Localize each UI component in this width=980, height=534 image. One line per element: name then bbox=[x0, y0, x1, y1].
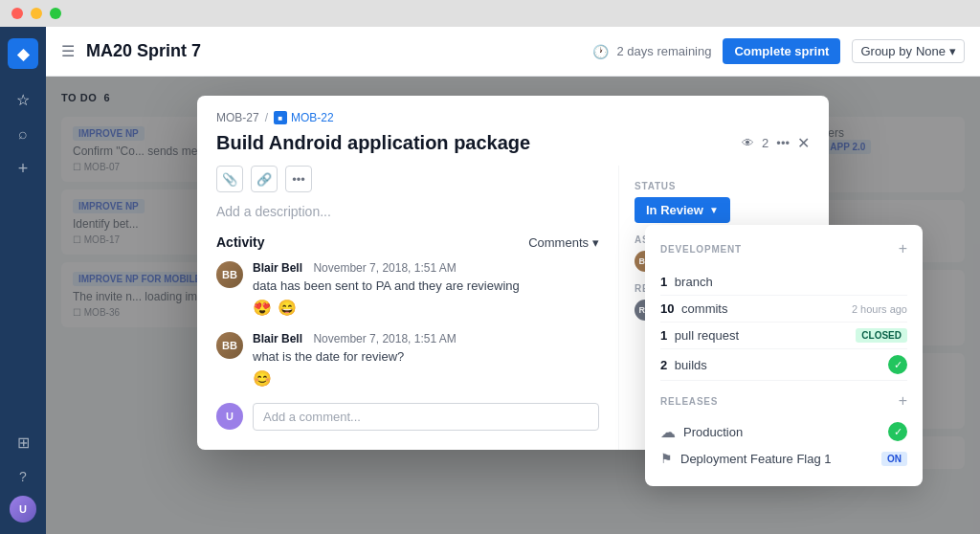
production-label: Production bbox=[683, 425, 743, 439]
close-icon[interactable]: ✕ bbox=[797, 134, 810, 152]
activity-header: Activity Comments ▾ bbox=[216, 234, 599, 250]
more-button[interactable]: ••• bbox=[285, 166, 312, 192]
window-chrome bbox=[0, 0, 980, 27]
modal-title-row: Build Android application package 👁 2 ••… bbox=[216, 132, 810, 154]
production-check-icon: ✓ bbox=[888, 422, 907, 441]
user-avatar[interactable]: U bbox=[10, 496, 36, 523]
breadcrumb: MOB-27 / ■ MOB-22 bbox=[216, 111, 810, 124]
pull-request-row[interactable]: 1 pull request CLOSED bbox=[660, 323, 907, 349]
group-by-control[interactable]: Group by None ▾ bbox=[852, 39, 965, 63]
more-options-icon[interactable]: ••• bbox=[776, 136, 790, 150]
modal-header: MOB-27 / ■ MOB-22 Build Android applicat… bbox=[197, 96, 829, 154]
reaction-smile2[interactable]: 😊 bbox=[253, 369, 272, 388]
comment-date: November 7, 2018, 1:51 AM bbox=[313, 261, 456, 275]
production-release-row[interactable]: ☁ Production ✓ bbox=[660, 417, 907, 446]
releases-header: RELEASES + bbox=[660, 392, 907, 410]
status-button[interactable]: In Review ▼ bbox=[635, 197, 730, 223]
sidebar-item-create[interactable]: + bbox=[8, 153, 38, 184]
add-comment-row: U Add a comment... bbox=[216, 403, 599, 431]
comment-text: data has been sent to PA and they are re… bbox=[253, 278, 599, 293]
description-placeholder[interactable]: Add a description... bbox=[216, 204, 599, 219]
check-icon: ✓ bbox=[888, 355, 907, 374]
comment-content: Blair Bell November 7, 2018, 1:51 AM dat… bbox=[253, 261, 599, 317]
releases-title: RELEASES bbox=[660, 396, 718, 407]
comment-author: Blair Bell bbox=[253, 261, 302, 275]
builds-row[interactable]: 2 builds ✓ bbox=[660, 349, 907, 381]
menu-toggle[interactable]: ☰ bbox=[61, 42, 75, 60]
clock-icon: 🕐 bbox=[592, 44, 609, 59]
releases-add-button[interactable]: + bbox=[899, 392, 907, 410]
comment-reactions[interactable]: 😍 😄 bbox=[253, 299, 599, 317]
chevron-down-icon: ▾ bbox=[949, 44, 956, 58]
status-value: In Review bbox=[646, 203, 703, 217]
commits-row[interactable]: 10 commits 2 hours ago bbox=[660, 296, 907, 323]
comment-item: BB Blair Bell November 7, 2018, 1:51 AM … bbox=[216, 332, 599, 388]
releases-section: RELEASES + ☁ Production ✓ ⚑ bbox=[660, 392, 907, 471]
comment-author: Blair Bell bbox=[253, 332, 302, 345]
sidebar-item-help[interactable]: ? bbox=[8, 461, 38, 492]
dev-add-button[interactable]: + bbox=[899, 240, 907, 257]
sidebar-item-home[interactable]: ☆ bbox=[8, 84, 38, 115]
app-logo[interactable]: ◆ bbox=[8, 38, 38, 69]
chevron-down-icon: ▼ bbox=[709, 205, 719, 215]
comments-filter[interactable]: Comments ▾ bbox=[528, 235, 599, 250]
reaction-smile[interactable]: 😄 bbox=[278, 299, 297, 317]
avatar: BB bbox=[216, 332, 243, 359]
closed-badge: CLOSED bbox=[856, 328, 907, 343]
current-user-avatar: U bbox=[216, 403, 243, 430]
page-title: MA20 Sprint 7 bbox=[86, 41, 581, 61]
comment-date: November 7, 2018, 1:51 AM bbox=[313, 332, 456, 345]
group-by-label: Group by bbox=[860, 44, 911, 58]
activity-title: Activity bbox=[216, 234, 265, 250]
comment-text: what is the date for review? bbox=[253, 349, 599, 364]
breadcrumb-parent[interactable]: MOB-27 bbox=[216, 111, 259, 124]
chevron-down-icon: ▾ bbox=[592, 235, 599, 250]
reaction-love[interactable]: 😍 bbox=[253, 299, 272, 317]
development-panel: DEVELOPMENT + 1 branch 10 commits bbox=[645, 225, 923, 486]
avatar: BB bbox=[216, 261, 243, 288]
close-button[interactable] bbox=[11, 8, 23, 19]
link-button[interactable]: 🔗 bbox=[251, 166, 278, 192]
feature-flag-row[interactable]: ⚑ Deployment Feature Flag 1 ON bbox=[660, 446, 907, 471]
page-header: ☰ MA20 Sprint 7 🕐 2 days remaining Compl… bbox=[46, 27, 980, 77]
modal-overlay[interactable]: MOB-27 / ■ MOB-22 Build Android applicat… bbox=[46, 77, 980, 534]
comments-label: Comments bbox=[528, 235, 589, 250]
comment-input[interactable]: Add a comment... bbox=[253, 403, 599, 431]
branches-row[interactable]: 1 branch bbox=[660, 269, 907, 296]
watchers-count: 2 bbox=[762, 136, 768, 150]
comment-item: BB Blair Bell November 7, 2018, 1:51 AM … bbox=[216, 261, 599, 317]
modal-title-actions: 👁 2 ••• ✕ bbox=[742, 134, 810, 152]
attachment-button[interactable]: 📎 bbox=[216, 166, 243, 192]
comment-content: Blair Bell November 7, 2018, 1:51 AM wha… bbox=[253, 332, 599, 388]
sidebar-item-grid[interactable]: ⊞ bbox=[8, 427, 38, 457]
time-remaining: 2 days remaining bbox=[616, 44, 711, 58]
modal-toolbar: 📎 🔗 ••• bbox=[216, 166, 599, 192]
dev-section-header: DEVELOPMENT + bbox=[660, 240, 907, 257]
maximize-button[interactable] bbox=[50, 8, 61, 19]
feature-flag-label: Deployment Feature Flag 1 bbox=[680, 452, 832, 466]
sidebar: ◆ ☆ ⌕ + ⊞ ? U bbox=[0, 27, 46, 534]
dev-panel-title: DEVELOPMENT bbox=[660, 244, 742, 255]
eye-icon: 👁 bbox=[742, 136, 754, 150]
status-label: STATUS bbox=[635, 181, 813, 191]
minimize-button[interactable] bbox=[31, 8, 42, 19]
breadcrumb-child[interactable]: ■ MOB-22 bbox=[274, 111, 334, 124]
main-content: ☰ MA20 Sprint 7 🕐 2 days remaining Compl… bbox=[46, 27, 980, 534]
cloud-icon: ☁ bbox=[660, 423, 676, 441]
group-by-value: None bbox=[916, 44, 946, 58]
flag-icon: ⚑ bbox=[660, 451, 673, 466]
board-area: TO DO 6 IMPROVE NP Confirm "Co... sends … bbox=[46, 77, 980, 534]
modal-title: Build Android application package bbox=[216, 132, 530, 154]
modal-left-panel: 📎 🔗 ••• Add a description... Activity Co… bbox=[197, 166, 618, 450]
on-badge: ON bbox=[881, 452, 907, 466]
sidebar-item-search[interactable]: ⌕ bbox=[8, 119, 38, 149]
mob-icon: ■ bbox=[274, 111, 287, 124]
complete-sprint-button[interactable]: Complete sprint bbox=[723, 38, 840, 64]
app-layout: ◆ ☆ ⌕ + ⊞ ? U ☰ MA20 Sprint 7 🕐 2 days r… bbox=[0, 27, 980, 534]
comment-reactions[interactable]: 😊 bbox=[253, 369, 599, 388]
sprint-meta: 🕐 2 days remaining bbox=[592, 44, 711, 59]
